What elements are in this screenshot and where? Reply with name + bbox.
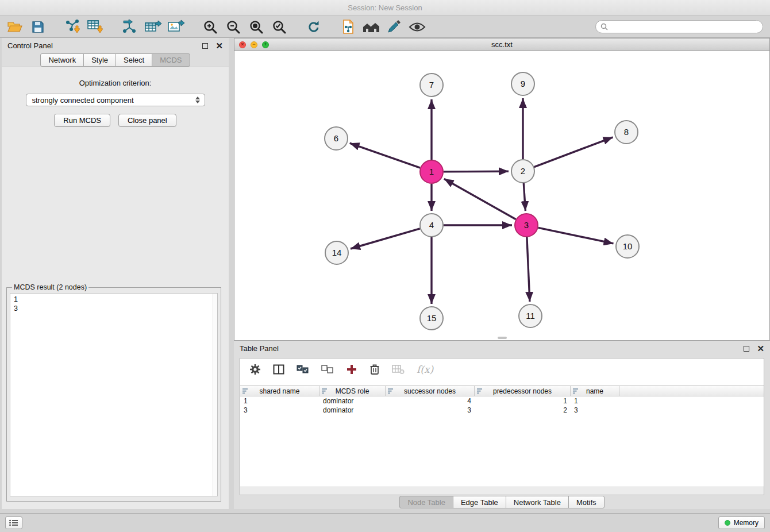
table-tabs: Node TableEdge TableNetwork TableMotifs <box>234 496 770 508</box>
export-table-button[interactable] <box>141 17 164 37</box>
edge-3-1[interactable] <box>444 179 516 219</box>
save-session-button[interactable] <box>26 17 49 37</box>
table-body: 1dominator4113dominator323 <box>240 396 764 415</box>
cell: dominator <box>319 406 386 415</box>
node-label: 7 <box>429 80 434 90</box>
optimization-select[interactable]: strongly connected component <box>26 94 205 106</box>
edge-4-14[interactable] <box>351 229 420 249</box>
table-row[interactable]: 1dominator411 <box>240 396 764 406</box>
tab-network-table[interactable]: Network Table <box>506 496 569 508</box>
graphics-details-button[interactable] <box>406 17 429 37</box>
cell: 1 <box>571 396 619 406</box>
status-menu-button[interactable] <box>5 516 22 529</box>
mcds-result-box: MCDS result (2 nodes) 13 <box>6 283 221 502</box>
cell: 4 <box>386 396 475 406</box>
brush-icon <box>387 20 402 34</box>
select-all-button[interactable] <box>297 365 309 374</box>
style-brush-button[interactable] <box>383 17 406 37</box>
edge-1-6[interactable] <box>350 143 421 168</box>
node-label: 9 <box>521 79 525 88</box>
edge-2-8[interactable] <box>534 137 613 167</box>
table-settings-button[interactable] <box>249 364 261 375</box>
show-column-button[interactable] <box>273 364 284 375</box>
search-input[interactable] <box>611 23 758 31</box>
zoom-in-button[interactable] <box>199 17 222 37</box>
list-icon <box>9 519 18 526</box>
search-icon <box>600 23 608 30</box>
tab-network[interactable]: Network <box>40 53 84 67</box>
cell: 1 <box>240 396 319 406</box>
delete-column-button[interactable] <box>392 364 405 375</box>
result-line: 1 <box>14 295 214 304</box>
zoom-fit-button[interactable] <box>245 17 268 37</box>
edge-1-2[interactable] <box>444 171 509 172</box>
select-stepper-icon <box>194 97 202 103</box>
memory-label: Memory <box>734 519 759 527</box>
export-table-icon <box>144 20 161 34</box>
export-network-icon <box>121 20 138 34</box>
export-image-button[interactable] <box>164 17 187 37</box>
network-window-titlebar[interactable]: scc.txt × − + <box>234 38 769 51</box>
close-panel-button[interactable]: Close panel <box>118 114 176 127</box>
zoom-selected-button[interactable] <box>268 17 291 37</box>
float-table-panel-icon[interactable] <box>744 346 749 352</box>
network-document-icon <box>341 19 355 34</box>
unchecked-boxes-icon <box>321 365 334 374</box>
search-box[interactable] <box>595 20 763 33</box>
optimization-select-value: strongly connected component <box>32 96 194 105</box>
network-canvas[interactable]: 7968124314101511 <box>234 51 769 340</box>
tab-style[interactable]: Style <box>83 53 116 67</box>
open-session-button[interactable] <box>3 17 26 37</box>
import-network-database-button[interactable] <box>337 17 360 37</box>
column-header-shared-name[interactable]: shared name <box>240 386 319 396</box>
first-neighbors-button[interactable] <box>360 17 383 37</box>
close-panel-icon[interactable]: ✕ <box>215 41 223 50</box>
table-row[interactable]: 3dominator323 <box>240 406 764 415</box>
node-label: 15 <box>427 313 437 323</box>
network-window-title: scc.txt <box>234 40 769 49</box>
status-bar: Memory <box>0 513 770 532</box>
add-row-button[interactable] <box>346 364 357 375</box>
column-header-name[interactable]: name <box>571 386 619 396</box>
run-mcds-button[interactable]: Run MCDS <box>54 114 110 127</box>
close-window-button[interactable]: × <box>239 41 246 48</box>
import-network-icon <box>64 19 81 34</box>
tab-mcds[interactable]: MCDS <box>152 53 190 67</box>
apply-layout-button[interactable] <box>302 17 325 37</box>
edge-3-10[interactable] <box>538 228 614 244</box>
import-table-button[interactable] <box>84 17 107 37</box>
edge-2-3[interactable] <box>523 183 525 211</box>
scrollbar-nub[interactable] <box>498 337 507 339</box>
deselect-all-button[interactable] <box>321 365 334 374</box>
network-graph[interactable]: 7968124314101511 <box>234 51 769 341</box>
minimize-window-button[interactable]: − <box>251 41 257 48</box>
delete-row-button[interactable] <box>369 364 380 375</box>
column-header-predecessor-nodes[interactable]: predecessor nodes <box>475 386 571 396</box>
window-titlebar[interactable]: Session: New Session <box>0 0 770 16</box>
zoom-in-icon <box>203 20 218 34</box>
tab-motifs[interactable]: Motifs <box>568 496 605 508</box>
maximize-window-button[interactable]: + <box>262 41 269 48</box>
result-scrollbar[interactable] <box>213 294 217 496</box>
control-panel-title: Control Panel <box>7 41 53 50</box>
export-network-button[interactable] <box>118 17 141 37</box>
tab-edge-table[interactable]: Edge Table <box>453 496 506 508</box>
mcds-result-list[interactable]: 13 <box>10 293 218 496</box>
zoom-out-button[interactable] <box>222 17 245 37</box>
memory-status-icon <box>725 520 730 526</box>
cell: dominator <box>319 396 386 406</box>
zoom-selected-icon <box>272 20 287 34</box>
import-network-button[interactable] <box>61 17 84 37</box>
column-header-MCDS-role[interactable]: MCDS role <box>319 386 386 396</box>
float-panel-icon[interactable] <box>202 43 208 49</box>
tab-node-table[interactable]: Node Table <box>399 496 453 508</box>
close-table-panel-icon[interactable]: ✕ <box>757 344 764 353</box>
eye-icon <box>409 21 426 33</box>
column-header-successor-nodes[interactable]: successor nodes <box>386 386 475 396</box>
edge-3-11[interactable] <box>527 237 530 302</box>
tab-select[interactable]: Select <box>116 53 152 67</box>
function-builder-button[interactable]: f(x) <box>417 364 433 375</box>
trash-icon <box>369 364 380 375</box>
delete-column-icon <box>392 364 405 375</box>
memory-button[interactable]: Memory <box>718 516 765 529</box>
